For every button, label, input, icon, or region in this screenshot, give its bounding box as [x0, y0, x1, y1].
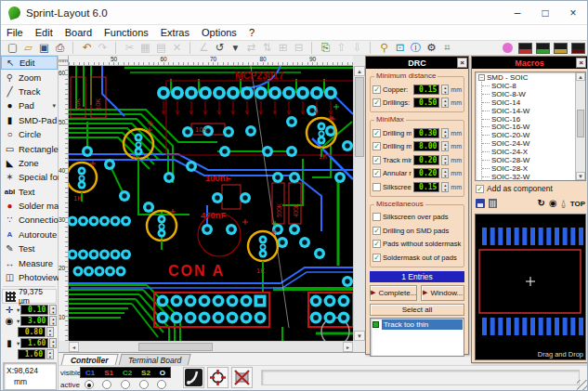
rotate-macro-icon[interactable]: ↻: [538, 199, 545, 208]
zoom-tool-icon[interactable]: ⚲: [376, 41, 392, 55]
tree-scroll-up-icon[interactable]: ▲: [576, 72, 585, 81]
track-mode-button[interactable]: [183, 367, 204, 388]
checkbox[interactable]: [372, 213, 381, 221]
rule-value[interactable]: 0.50: [413, 98, 439, 108]
spin-down-icon[interactable]: ▾: [442, 161, 448, 165]
rule-value[interactable]: 8.00: [413, 141, 439, 151]
complete-check-button[interactable]: ▶ Complete...: [370, 285, 417, 301]
macro-item-soic-8[interactable]: SOIC-8: [482, 82, 585, 90]
error-list-item[interactable]: Track too thin: [372, 319, 463, 330]
tool-photoview[interactable]: ◫Photoview: [1, 270, 58, 284]
smd-width-spinner[interactable]: ▴▾: [49, 338, 57, 348]
macros-close-icon[interactable]: ×: [576, 58, 586, 68]
resize-grip[interactable]: [577, 380, 588, 391]
pad-outer-value[interactable]: 3.00: [20, 316, 48, 326]
menu-file[interactable]: File: [7, 27, 23, 38]
rule-spinner[interactable]: ▴▾: [441, 98, 449, 108]
vertical-scrollbar[interactable]: ▲ ▼: [353, 66, 365, 341]
macro-item-soic-14[interactable]: SOIC-14: [482, 98, 585, 107]
rule-spinner[interactable]: ▴▾: [441, 182, 449, 192]
tree-scroll-down-icon[interactable]: ▼: [576, 172, 585, 180]
maximize-button[interactable]: □: [531, 3, 559, 23]
macro-item-soic-16-w[interactable]: SOIC-16-W: [482, 123, 585, 131]
print-icon[interactable]: ⎙: [52, 41, 68, 55]
menu-edit[interactable]: Edit: [35, 27, 53, 38]
open-folder-icon[interactable]: ▱: [20, 41, 36, 55]
drc-close-icon[interactable]: ×: [457, 58, 467, 68]
layer-preview-3-icon[interactable]: [554, 43, 568, 54]
menu-options[interactable]: Options: [202, 27, 237, 38]
close-button[interactable]: ×: [559, 3, 587, 23]
spin-down-icon[interactable]: ▾: [50, 344, 56, 348]
rotate-options-icon[interactable]: ▾: [228, 41, 243, 55]
window-check-button[interactable]: ▶ Window...: [421, 285, 464, 301]
track-width-icon[interactable]: ✛: [3, 305, 16, 315]
track-width-spinner[interactable]: ▴▾: [49, 305, 57, 315]
collapse-icon[interactable]: −: [478, 74, 485, 81]
spin-down-icon[interactable]: ▾: [442, 147, 448, 151]
menu-functions[interactable]: Functions: [104, 27, 149, 38]
scroll-left-icon[interactable]: ◂: [69, 342, 79, 352]
smd-width-value[interactable]: 1.60: [20, 338, 48, 348]
dropdown-icon[interactable]: ▾: [17, 318, 20, 325]
marker-icon[interactable]: [503, 43, 513, 53]
add-as-component-checkbox[interactable]: ✓ Add as component: [476, 184, 553, 193]
scroll-down-icon[interactable]: ▼: [354, 331, 365, 341]
spin-down-icon[interactable]: ▾: [442, 188, 448, 192]
spin-down-icon[interactable]: ▾: [442, 174, 448, 178]
tool-pad[interactable]: ●Pad▾: [1, 98, 58, 112]
macro-preview[interactable]: Drag and Drop: [475, 214, 586, 360]
menu-extras[interactable]: Extras: [161, 27, 189, 38]
menu-board[interactable]: Board: [65, 27, 92, 38]
smd-height-spinner[interactable]: ▴▾: [46, 349, 54, 359]
hscroll-thumb[interactable]: [138, 343, 213, 351]
undo-icon[interactable]: ↶: [79, 41, 95, 55]
tree-scroll-thumb[interactable]: [577, 110, 584, 137]
vscroll-thumb[interactable]: [355, 77, 364, 157]
menu-?[interactable]: ?: [249, 27, 255, 38]
checkbox[interactable]: ✓: [372, 142, 381, 150]
tool-rectangle[interactable]: ▭Rectangle▾: [1, 141, 58, 155]
track-width-value[interactable]: 0.10: [20, 305, 48, 315]
rule-spinner[interactable]: ▴▾: [441, 141, 449, 151]
save-macro-icon[interactable]: [476, 199, 485, 208]
rule-value[interactable]: 0.15: [413, 182, 439, 192]
spin-down-icon[interactable]: ▾: [47, 332, 53, 337]
pcb-drawing[interactable]: MCP2301710K10K10K1K1K1K1K100nF470nF500K4…: [69, 66, 353, 341]
spin-down-icon[interactable]: ▾: [442, 134, 448, 138]
spin-down-icon[interactable]: ▾: [442, 103, 448, 108]
rule-spinner[interactable]: ▴▾: [441, 155, 449, 165]
minimize-button[interactable]: –: [503, 3, 531, 23]
smd-width-icon[interactable]: ▮: [3, 338, 16, 348]
drc-panel-title[interactable]: DRC ×: [366, 57, 468, 69]
dropdown-icon[interactable]: ▾: [52, 102, 58, 110]
macro-item-soic-28-x[interactable]: SOIC-28-X: [482, 164, 585, 173]
drc-check-icon[interactable]: ⚙: [424, 41, 439, 55]
macro-item-soic-20-w[interactable]: SOIC-20-W: [482, 131, 585, 139]
pad-outer-spinner[interactable]: ▴▾: [49, 316, 57, 326]
checkbox[interactable]: ✓: [372, 156, 381, 164]
layer-toggle-c2[interactable]: C2: [123, 369, 132, 377]
checkbox[interactable]: ✓: [372, 227, 381, 235]
active-layer-radio-o[interactable]: [157, 380, 166, 389]
checkbox[interactable]: ✓: [476, 185, 484, 193]
layer-toggle-s1[interactable]: S1: [104, 369, 113, 377]
rule-value[interactable]: 0.15: [413, 85, 439, 95]
checkbox[interactable]: ✓: [372, 85, 381, 94]
spin-down-icon[interactable]: ▾: [50, 321, 56, 326]
macro-item-soic-14-w[interactable]: SOIC-14-W: [482, 107, 585, 115]
layer-toggle-s2[interactable]: S2: [141, 369, 150, 377]
tool-text[interactable]: ablText: [1, 185, 58, 199]
delete-macro-icon[interactable]: [489, 199, 497, 208]
macro-item-soic-28-w[interactable]: SOIC-28-W: [482, 156, 585, 164]
spin-down-icon[interactable]: ▾: [47, 355, 53, 359]
checkbox[interactable]: ✓: [372, 98, 381, 107]
spin-down-icon[interactable]: ▾: [442, 90, 448, 95]
macros-panel-title[interactable]: Macros ×: [472, 57, 587, 69]
tool-track[interactable]: ╱Track: [1, 85, 58, 98]
tool-edit[interactable]: ↖Edit: [1, 56, 58, 70]
rule-spinner[interactable]: ▴▾: [441, 168, 449, 178]
smd-height-value[interactable]: 1.60: [18, 349, 46, 359]
active-layer-radio-c1[interactable]: [85, 380, 94, 389]
tool-smd-pad[interactable]: ▮SMD-Pad: [1, 113, 58, 127]
